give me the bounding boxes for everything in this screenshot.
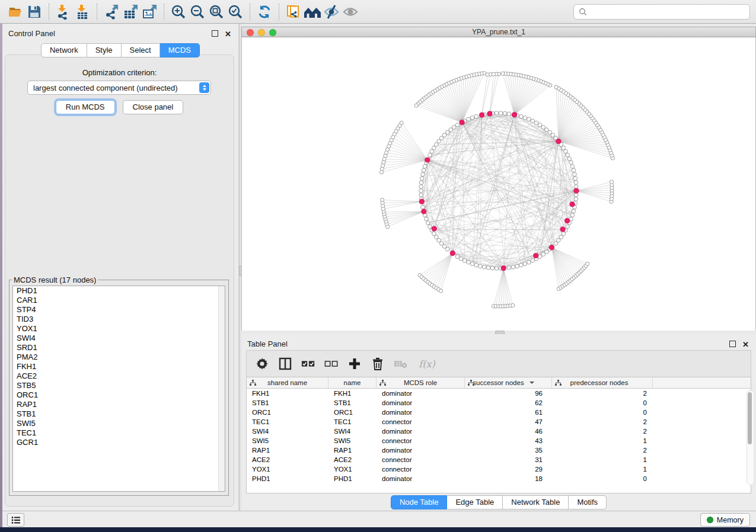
refresh-view-icon[interactable] xyxy=(255,2,274,21)
graph-node[interactable] xyxy=(455,123,460,127)
graph-node[interactable] xyxy=(435,235,439,239)
tab-style[interactable]: Style xyxy=(87,43,122,57)
mcds-result-item[interactable]: SWI4 xyxy=(13,334,225,343)
graph-node[interactable] xyxy=(554,85,558,89)
mcds-list-scrollbar[interactable] xyxy=(218,286,225,491)
import-network-icon[interactable] xyxy=(54,2,73,21)
first-neighbors-icon[interactable] xyxy=(303,2,322,21)
graph-node[interactable] xyxy=(428,153,432,157)
graph-node[interactable] xyxy=(511,303,515,307)
graph-node[interactable] xyxy=(492,72,495,76)
tab-network-table[interactable]: Network Table xyxy=(503,495,569,509)
table-options-gear-icon[interactable] xyxy=(255,357,269,371)
graph-node[interactable] xyxy=(523,116,527,120)
search-input[interactable] xyxy=(591,7,745,17)
tab-mcds[interactable]: MCDS xyxy=(160,43,200,57)
float-panel-icon[interactable] xyxy=(729,339,736,350)
graph-node[interactable] xyxy=(519,263,524,267)
graph-node[interactable] xyxy=(439,289,442,293)
graph-node[interactable] xyxy=(486,73,489,76)
mcds-result-item[interactable]: GCR1 xyxy=(13,438,225,447)
graph-node[interactable] xyxy=(572,209,576,213)
graph-node[interactable] xyxy=(573,172,577,177)
graph-node[interactable] xyxy=(574,197,578,201)
table-row[interactable]: STB1STB1dominator620 xyxy=(247,398,751,408)
graph-node[interactable] xyxy=(570,165,575,169)
table-row[interactable]: ORC1ORC1dominator610 xyxy=(247,408,751,417)
graph-node[interactable] xyxy=(422,168,426,172)
graph-node[interactable] xyxy=(482,265,486,269)
graph-node[interactable] xyxy=(420,177,424,181)
graph-node[interactable] xyxy=(534,121,538,125)
graph-node[interactable] xyxy=(474,114,479,118)
graph-node[interactable] xyxy=(527,117,531,121)
graph-node[interactable] xyxy=(379,171,383,174)
graph-node[interactable] xyxy=(470,262,474,266)
graph-mcds-node[interactable] xyxy=(460,120,464,124)
graph-node[interactable] xyxy=(382,161,385,164)
graph-node[interactable] xyxy=(503,111,507,116)
graph-node[interactable] xyxy=(462,259,467,263)
column-header-successor-nodes[interactable]: successor nodes xyxy=(465,377,552,388)
mcds-result-item[interactable]: ACE2 xyxy=(13,371,225,381)
graph-node[interactable] xyxy=(430,149,434,153)
new-network-from-selection-icon[interactable] xyxy=(284,2,303,21)
graph-mcds-node[interactable] xyxy=(549,245,554,250)
mcds-result-item[interactable]: STP4 xyxy=(13,305,225,315)
deselect-all-icon[interactable] xyxy=(324,357,339,371)
mcds-result-item[interactable]: FKH1 xyxy=(13,362,225,371)
mcds-result-item[interactable]: SRD1 xyxy=(13,343,225,352)
graph-node[interactable] xyxy=(586,262,589,265)
graph-node[interactable] xyxy=(569,161,573,165)
graph-node[interactable] xyxy=(386,225,390,229)
mcds-result-item[interactable]: ORC1 xyxy=(13,390,225,400)
zoom-out-icon[interactable] xyxy=(188,2,207,21)
window-zoom-icon[interactable] xyxy=(269,29,276,36)
graph-mcds-node[interactable] xyxy=(570,202,575,207)
graph-node[interactable] xyxy=(538,255,542,259)
zoom-selected-icon[interactable] xyxy=(226,2,245,21)
graph-node[interactable] xyxy=(490,266,495,270)
graph-node[interactable] xyxy=(432,232,436,236)
graph-node[interactable] xyxy=(501,72,505,75)
graph-mcds-node[interactable] xyxy=(450,251,455,255)
close-panel-icon[interactable]: ✕ xyxy=(742,341,749,348)
graph-mcds-node[interactable] xyxy=(419,199,424,204)
graph-mcds-node[interactable] xyxy=(534,253,538,258)
run-mcds-button[interactable]: Run MCDS xyxy=(56,100,115,114)
graph-node[interactable] xyxy=(557,238,561,242)
tab-motifs[interactable]: Motifs xyxy=(569,495,607,509)
graph-node[interactable] xyxy=(527,260,531,264)
tab-network[interactable]: Network xyxy=(41,43,87,57)
mcds-result-item[interactable]: STB1 xyxy=(13,409,225,419)
show-columns-icon[interactable] xyxy=(278,357,292,371)
mcds-result-item[interactable]: TID3 xyxy=(13,315,225,324)
graph-node[interactable] xyxy=(426,221,430,225)
graph-node[interactable] xyxy=(437,139,441,143)
graph-node[interactable] xyxy=(419,185,423,189)
window-minimize-icon[interactable] xyxy=(258,29,265,36)
graph-node[interactable] xyxy=(545,128,549,132)
graph-node[interactable] xyxy=(435,143,439,147)
graph-node[interactable] xyxy=(421,205,425,209)
graph-node[interactable] xyxy=(575,193,579,197)
graph-mcds-node[interactable] xyxy=(480,113,484,117)
close-panel-button[interactable]: Close panel xyxy=(123,100,184,114)
graph-mcds-node[interactable] xyxy=(556,139,561,143)
graph-node[interactable] xyxy=(428,225,432,229)
mcds-result-item[interactable]: PMA2 xyxy=(13,352,225,362)
graph-node[interactable] xyxy=(566,153,570,157)
graph-mcds-node[interactable] xyxy=(512,113,517,117)
tab-select[interactable]: Select xyxy=(122,43,160,57)
float-panel-icon[interactable] xyxy=(212,28,218,39)
graph-node[interactable] xyxy=(507,112,511,116)
table-row[interactable]: PHD1PHD1dominator180 xyxy=(247,474,751,483)
column-header-MCDS-role[interactable]: MCDS role xyxy=(377,377,465,388)
select-all-icon[interactable] xyxy=(301,357,315,371)
table-scrollbar[interactable] xyxy=(747,390,754,485)
graph-node[interactable] xyxy=(423,165,427,169)
table-row[interactable]: TEC1TEC1connector472 xyxy=(247,417,751,427)
table-row[interactable]: FKH1FKH1dominator962 xyxy=(247,389,751,398)
open-file-icon[interactable] xyxy=(6,2,25,21)
graph-node[interactable] xyxy=(511,265,515,269)
